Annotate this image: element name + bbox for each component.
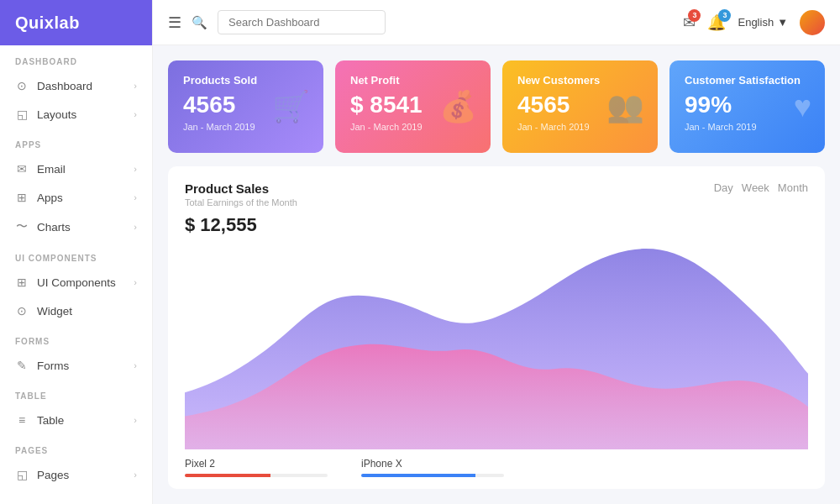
charts-icon: 〜	[15, 219, 29, 234]
forms-icon: ✎	[15, 359, 29, 372]
sidebar-item-label-charts: Charts	[37, 221, 71, 234]
legend-item-iphone-x: iPhone X	[361, 458, 504, 477]
sidebar-item-label-apps: Apps	[37, 192, 63, 204]
stat-card-date-customer-satisfaction: Jan - March 2019	[685, 122, 810, 132]
avatar[interactable]	[800, 10, 825, 35]
sidebar-item-left: ◱Pages	[15, 468, 69, 481]
sidebar-item-pages[interactable]: ◱Pages›	[0, 460, 152, 489]
sidebar-item-left: ⊙Dashboard	[15, 79, 92, 92]
apps-icon: ⊞	[15, 191, 29, 204]
sidebar-item-left: 〜Charts	[15, 219, 71, 234]
search-icon: 🔍	[192, 15, 207, 30]
table-icon: ≡	[15, 413, 29, 427]
chart-title: Product Sales	[185, 181, 297, 196]
sidebar-item-layouts[interactable]: ◱Layouts›	[0, 100, 152, 129]
language-label: English	[738, 16, 774, 29]
chart-info: Product Sales Total Earnings of the Mont…	[185, 181, 297, 236]
chart-header: Product Sales Total Earnings of the Mont…	[185, 181, 808, 236]
stat-card-icon-products-sold: 🛒	[272, 89, 310, 124]
stat-card-net-profit: Net Profit $ 8541 Jan - March 2019 💰	[335, 60, 491, 153]
sidebar-item-left: ◱Layouts	[15, 108, 76, 121]
sidebar-section-dashboard: DASHBOARD	[0, 45, 152, 71]
legend-item-pixel-2: Pixel 2	[185, 458, 328, 477]
sidebar-item-label-widget: Widget	[37, 305, 72, 318]
sidebar-item-forms[interactable]: ✎Forms›	[0, 351, 152, 380]
chevron-right-icon: ›	[134, 192, 137, 202]
sidebar-item-email[interactable]: ✉Email›	[0, 155, 152, 183]
stat-card-title-customer-satisfaction: Customer Satisfaction	[685, 74, 810, 87]
legend-bar	[361, 474, 504, 477]
sidebar-item-ui-components[interactable]: ⊞UI Components›	[0, 268, 152, 297]
sidebar-item-left: ⊞UI Components	[15, 276, 116, 289]
chevron-right-icon: ›	[134, 277, 137, 287]
period-btn-day[interactable]: Day	[714, 181, 733, 194]
sidebar-section-forms: FORMS	[0, 325, 152, 351]
sidebar-item-label-table: Table	[37, 414, 64, 427]
mail-badge: 3	[688, 9, 701, 22]
stat-card-new-customers: New Customers 4565 Jan - March 2019 👥	[502, 60, 658, 153]
search-input[interactable]	[218, 10, 386, 34]
stat-cards: Products Sold 4565 Jan - March 2019 🛒 Ne…	[168, 60, 825, 153]
language-selector[interactable]: English ▼	[738, 16, 788, 29]
hamburger-icon[interactable]: ☰	[168, 13, 181, 32]
stat-card-title-new-customers: New Customers	[517, 74, 643, 87]
legend-label: Pixel 2	[185, 458, 328, 470]
sidebar-item-apps[interactable]: ⊞Apps›	[0, 183, 152, 212]
sidebar-item-table[interactable]: ≡Table›	[0, 406, 152, 434]
sidebar-item-dashboard[interactable]: ⊙Dashboard›	[0, 71, 152, 100]
sidebar-item-left: ✎Forms	[15, 359, 69, 372]
sidebar: Quixlab DASHBOARD⊙Dashboard›◱Layouts›APP…	[0, 0, 153, 504]
chart-value: $ 12,555	[185, 214, 297, 236]
sidebar-item-label-dashboard: Dashboard	[37, 80, 92, 92]
sidebar-item-left: ⊞Apps	[15, 191, 63, 204]
chevron-right-icon: ›	[134, 360, 137, 370]
pages-icon: ◱	[15, 468, 29, 481]
stat-card-title-products-sold: Products Sold	[183, 74, 308, 87]
topbar: ☰ 🔍 ✉ 3 🔔 3 English ▼	[153, 0, 840, 45]
sidebar-item-left: ✉Email	[15, 162, 66, 176]
sidebar-item-label-ui-components: UI Components	[37, 276, 116, 289]
brand-name: Quixlab	[15, 13, 80, 33]
chart-svg	[185, 241, 808, 449]
mail-notification[interactable]: ✉ 3	[683, 13, 696, 32]
stat-card-title-net-profit: Net Profit	[350, 74, 475, 87]
dashboard-icon: ⊙	[15, 79, 29, 92]
sidebar-item-left: ⊙Widget	[15, 304, 72, 318]
topbar-right: ✉ 3 🔔 3 English ▼	[683, 10, 825, 35]
chart-subtitle: Total Earnings of the Month	[185, 197, 297, 207]
ui-components-icon: ⊞	[15, 276, 29, 289]
period-btn-month[interactable]: Month	[778, 181, 808, 194]
chevron-right-icon: ›	[134, 81, 137, 91]
bell-badge: 3	[718, 9, 731, 22]
widget-icon: ⊙	[15, 304, 29, 318]
chevron-right-icon: ›	[134, 109, 137, 119]
chart-legend: Pixel 2 iPhone X	[185, 449, 808, 489]
sidebar-item-left: ≡Table	[15, 413, 64, 427]
sidebar-item-widget[interactable]: ⊙Widget	[0, 297, 152, 325]
sidebar-section-ui-components: UI COMPONENTS	[0, 242, 152, 268]
sidebar-section-apps: APPS	[0, 129, 152, 155]
stat-card-icon-customer-satisfaction: ♥	[794, 89, 811, 124]
period-btn-week[interactable]: Week	[742, 181, 769, 194]
chevron-down-icon: ▼	[777, 16, 788, 29]
sidebar-item-label-forms: Forms	[37, 360, 69, 372]
sidebar-section-table: TABLE	[0, 380, 152, 406]
stat-card-products-sold: Products Sold 4565 Jan - March 2019 🛒	[168, 60, 323, 153]
stat-card-value-customer-satisfaction: 99%	[685, 92, 810, 118]
sidebar-item-label-email: Email	[37, 163, 66, 176]
sidebar-item-label-layouts: Layouts	[37, 108, 76, 121]
main-area: ☰ 🔍 ✉ 3 🔔 3 English ▼ Products Sold 4565…	[153, 0, 840, 504]
sidebar-item-charts[interactable]: 〜Charts›	[0, 212, 152, 242]
legend-bar	[185, 474, 328, 477]
bell-notification[interactable]: 🔔 3	[707, 13, 726, 32]
content-area: Products Sold 4565 Jan - March 2019 🛒 Ne…	[153, 45, 840, 504]
chevron-right-icon: ›	[134, 222, 137, 232]
chart-area	[185, 241, 808, 449]
stat-card-icon-net-profit: 💰	[439, 89, 477, 124]
stat-card-customer-satisfaction: Customer Satisfaction 99% Jan - March 20…	[669, 60, 825, 153]
chart-panel: Product Sales Total Earnings of the Mont…	[168, 166, 825, 489]
layouts-icon: ◱	[15, 108, 29, 121]
sidebar-section-pages: PAGES	[0, 434, 152, 460]
chevron-right-icon: ›	[134, 164, 137, 174]
chevron-right-icon: ›	[134, 415, 137, 425]
